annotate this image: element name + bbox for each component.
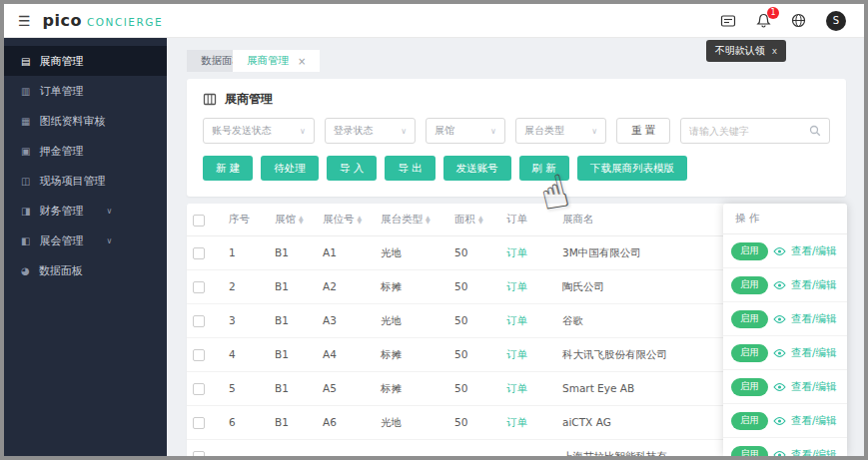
sort-icon[interactable]: ▲▼ — [358, 216, 363, 224]
chevron-down-icon: ∨ — [401, 127, 407, 136]
sidebar-item-label: 展商管理 — [39, 54, 83, 69]
view-edit-link[interactable]: 查看/编辑 — [791, 312, 837, 326]
logo: pico CONCIERGE — [43, 11, 164, 30]
row-checkbox[interactable] — [193, 247, 205, 259]
logo-pico: pico — [43, 11, 82, 30]
drawing-review-icon: ▦ — [21, 116, 30, 127]
tab-exhibitor-management[interactable]: 展商管理 × — [233, 50, 320, 72]
sidebar-item-label: 财务管理 — [39, 204, 83, 219]
order-link[interactable]: 订单 — [506, 314, 527, 326]
sidebar-item-deposit-management[interactable]: ▣ 押金管理 — [4, 136, 167, 166]
row-checkbox[interactable] — [193, 315, 205, 327]
view-edit-link[interactable]: 查看/编辑 — [791, 414, 837, 428]
search-input[interactable] — [689, 126, 803, 137]
tab-bar: 数据面板 展商管理 × — [187, 50, 320, 72]
search-box — [680, 118, 830, 144]
refresh-button[interactable]: 刷 新 — [519, 156, 569, 181]
row-actions: 启用 查看/编辑 — [723, 336, 847, 370]
enable-button[interactable]: 启用 — [731, 412, 768, 430]
row-checkbox[interactable] — [193, 281, 205, 293]
sidebar-item-order-management[interactable]: ▥ 订单管理 — [4, 76, 167, 106]
chevron-down-icon: ∨ — [106, 207, 112, 216]
sidebar-item-label: 押金管理 — [39, 144, 83, 159]
account-send-status-select[interactable]: 账号发送状态∨ — [203, 118, 315, 144]
row-actions: 启用 查看/编辑 — [723, 302, 847, 336]
avatar[interactable]: S — [826, 11, 846, 31]
bell-icon[interactable]: 1 — [756, 13, 771, 28]
order-link[interactable]: 订单 — [506, 416, 527, 428]
send-account-button[interactable]: 发送账号 — [443, 156, 511, 181]
import-button[interactable]: 导 入 — [327, 156, 377, 181]
sort-icon[interactable]: ▲▼ — [426, 216, 431, 224]
enable-button[interactable]: 启用 — [731, 446, 768, 457]
tooltip-close-icon[interactable]: x — [772, 46, 777, 56]
tab-label: 展商管理 — [247, 54, 289, 68]
enable-button[interactable]: 启用 — [731, 276, 768, 294]
globe-icon[interactable] — [791, 13, 806, 28]
sidebar: ▤ 展商管理 ▥ 订单管理 ▦ 图纸资料审核 ▣ 押金管理 ◫ 现场项目管理 ◨… — [4, 38, 167, 456]
eye-icon — [773, 416, 786, 426]
enable-button[interactable]: 启用 — [731, 344, 768, 362]
top-bar: ☰ pico CONCIERGE 1 S — [4, 4, 864, 38]
pending-button[interactable]: 待处理 — [261, 156, 319, 181]
row-actions: 启用 查看/编辑 — [723, 370, 847, 404]
sort-icon[interactable]: ▲▼ — [299, 216, 304, 224]
new-button[interactable]: 新 建 — [203, 156, 253, 181]
panel-title-row: 展商管理 — [187, 79, 846, 118]
order-link[interactable]: 订单 — [506, 280, 527, 292]
tab-close-icon[interactable]: × — [298, 56, 306, 67]
sidebar-item-data-dashboard[interactable]: ◕ 数据面板 — [4, 255, 167, 285]
row-actions: 启用 查看/编辑 — [723, 404, 847, 438]
view-edit-link[interactable]: 查看/编辑 — [791, 380, 837, 394]
sidebar-item-label: 现场项目管理 — [39, 174, 105, 189]
enable-button[interactable]: 启用 — [731, 242, 768, 260]
topbar-icons: 1 S — [720, 11, 864, 31]
download-template-button[interactable]: 下载展商列表模版 — [577, 156, 687, 181]
view-edit-link[interactable]: 查看/编辑 — [791, 448, 837, 457]
hall-select[interactable]: 展馆∨ — [426, 118, 505, 144]
view-edit-link[interactable]: 查看/编辑 — [791, 244, 837, 258]
action-button-row: 新 建 待处理 导 入 导 出 发送账号 刷 新 下载展商列表模版 — [187, 144, 846, 193]
enable-button[interactable]: 启用 — [731, 310, 768, 328]
reset-button[interactable]: 重 置 — [616, 118, 670, 144]
row-checkbox[interactable] — [193, 451, 205, 456]
claim-list-icon[interactable] — [720, 14, 736, 28]
order-link[interactable]: 订单 — [506, 246, 527, 258]
app-window: ☰ pico CONCIERGE 1 S 不明款认领 x ▤ 展商管理 — [0, 0, 868, 460]
sort-icon[interactable]: ▲▼ — [478, 216, 483, 224]
search-icon — [809, 125, 821, 137]
filter-panel: 展商管理 账号发送状态∨ 登录状态∨ 展馆∨ 展台类型∨ 重 置 — [187, 79, 846, 197]
row-checkbox[interactable] — [193, 349, 205, 361]
order-link[interactable]: 订单 — [506, 348, 527, 360]
select-all-checkbox[interactable] — [193, 215, 205, 227]
operation-header: 操 作 — [723, 204, 847, 234]
view-edit-link[interactable]: 查看/编辑 — [791, 278, 837, 292]
view-edit-link[interactable]: 查看/编辑 — [791, 346, 837, 360]
booth-type-select[interactable]: 展台类型∨ — [515, 118, 606, 144]
notification-badge: 1 — [767, 7, 779, 19]
main-content: 数据面板 展商管理 × 展商管理 账号发送状态∨ 登录状态∨ 展馆∨ — [167, 38, 864, 456]
order-link[interactable]: 订单 — [506, 382, 527, 394]
finance-icon: ◨ — [21, 206, 30, 217]
sidebar-item-drawing-review[interactable]: ▦ 图纸资料审核 — [4, 106, 167, 136]
row-checkbox[interactable] — [193, 383, 205, 395]
enable-button[interactable]: 启用 — [731, 378, 768, 396]
chevron-down-icon: ∨ — [300, 127, 306, 136]
eye-icon — [773, 246, 786, 256]
sidebar-item-exhibition-management[interactable]: ◧ 展会管理 ∨ — [4, 226, 167, 255]
sidebar-item-label: 展会管理 — [39, 233, 83, 248]
sidebar-item-exhibitor-management[interactable]: ▤ 展商管理 — [4, 46, 167, 76]
order-icon: ▥ — [21, 86, 30, 97]
row-checkbox[interactable] — [193, 417, 205, 429]
onsite-project-icon: ◫ — [21, 176, 30, 187]
deposit-icon: ▣ — [21, 146, 30, 157]
filter-row: 账号发送状态∨ 登录状态∨ 展馆∨ 展台类型∨ 重 置 — [187, 118, 846, 144]
export-button[interactable]: 导 出 — [385, 156, 434, 181]
sidebar-item-finance-management[interactable]: ◨ 财务管理 ∨ — [4, 196, 167, 226]
claim-tooltip[interactable]: 不明款认领 x — [706, 40, 786, 62]
menu-icon[interactable]: ☰ — [4, 13, 43, 29]
sidebar-item-onsite-project[interactable]: ◫ 现场项目管理 — [4, 166, 167, 196]
login-status-select[interactable]: 登录状态∨ — [325, 118, 416, 144]
data-dashboard-icon: ◕ — [21, 265, 30, 276]
eye-icon — [773, 382, 786, 392]
